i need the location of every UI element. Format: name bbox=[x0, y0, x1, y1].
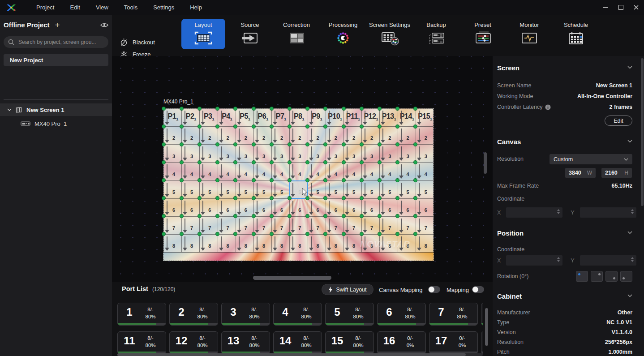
rotation-180-button[interactable] bbox=[605, 271, 618, 282]
info-icon[interactable] bbox=[545, 104, 551, 110]
port-number: 1 bbox=[120, 306, 138, 318]
tree-item-device[interactable]: MX40 Pro_1 bbox=[0, 118, 112, 129]
dataflow-arrow bbox=[185, 146, 185, 158]
port-card-7[interactable]: 78/-80% bbox=[429, 303, 478, 326]
cabinet-status-dot bbox=[270, 124, 274, 129]
port-card-8[interactable]: 88/-80% bbox=[481, 303, 483, 326]
maximize-button[interactable] bbox=[618, 5, 623, 10]
canvas-width-input[interactable]: 3840 W bbox=[565, 168, 596, 178]
canvas-horizontal-scrollbar[interactable] bbox=[253, 276, 331, 280]
port-number: 2 bbox=[172, 306, 190, 318]
port-card-16[interactable]: 160/-0% bbox=[377, 331, 426, 354]
ribbon-tab-preset[interactable]: Preset bbox=[461, 19, 505, 49]
cabinet-status-dot bbox=[270, 107, 274, 111]
visibility-eye-icon[interactable] bbox=[100, 22, 108, 28]
cabinet-status-dot bbox=[252, 196, 256, 200]
canvas-height-input[interactable]: 2160 H bbox=[601, 168, 632, 178]
port-card-4[interactable]: 48/-80% bbox=[273, 303, 322, 326]
rotation-90-button[interactable] bbox=[591, 271, 603, 282]
edit-button[interactable]: Edit bbox=[605, 116, 632, 126]
collapse-chevron-icon[interactable] bbox=[627, 66, 632, 69]
port-card-5[interactable]: 58/-80% bbox=[325, 303, 374, 326]
dataflow-arrowhead bbox=[273, 122, 277, 125]
menu-item-tools[interactable]: Tools bbox=[122, 3, 139, 12]
ribbon-tab-processing[interactable]: Processing bbox=[321, 19, 365, 49]
port-list-horizontal-scrollbar[interactable] bbox=[117, 353, 466, 356]
ribbon-tab-schedule[interactable]: Schedule bbox=[554, 19, 598, 49]
port-usage: 80% bbox=[345, 313, 371, 320]
ribbon-tab-label: Screen Settings bbox=[369, 21, 410, 28]
dataflow-arrow bbox=[202, 183, 203, 194]
collapse-chevron-icon[interactable] bbox=[627, 294, 632, 297]
cabinet-status-dot bbox=[252, 107, 256, 111]
rotation-270-button[interactable] bbox=[620, 271, 632, 282]
dataflow-arrowhead bbox=[165, 230, 169, 233]
port-card-13[interactable]: 138/-80% bbox=[221, 331, 270, 354]
ribbon-tab-monitor[interactable]: Monitor bbox=[507, 19, 551, 49]
chevron-down-icon[interactable] bbox=[7, 108, 12, 111]
ribbon-tab-backup[interactable]: Backup bbox=[414, 19, 458, 49]
cabinet-grid[interactable]: P11P21P31P41P51P61P71P81P91P101P111P121P… bbox=[163, 108, 434, 253]
blackout-toggle[interactable]: Blackout bbox=[120, 38, 155, 46]
minimize-button[interactable] bbox=[603, 5, 608, 10]
inspector-scrollbar[interactable] bbox=[641, 58, 644, 206]
canvas-y-input[interactable] bbox=[580, 207, 636, 218]
y-label: Y bbox=[571, 257, 574, 264]
port-card-3[interactable]: 38/-80% bbox=[221, 303, 270, 326]
dataflow-arrowhead bbox=[201, 194, 205, 197]
position-x-input[interactable] bbox=[506, 255, 562, 266]
dataflow-arrow bbox=[292, 183, 293, 194]
port-card-1[interactable]: 18/-80% bbox=[117, 303, 166, 326]
menu-item-project[interactable]: Project bbox=[34, 3, 56, 12]
screen-preview[interactable]: P11P21P31P41P51P61P71P81P91P101P111P121P… bbox=[163, 108, 434, 261]
canvas-area[interactable]: MX40 Pro_1 P11P21P31P41P51P61P71P81P91P1… bbox=[112, 56, 493, 282]
menu-item-edit[interactable]: Edit bbox=[68, 3, 82, 12]
dataflow-arrowhead bbox=[363, 230, 367, 233]
canvas-x-input[interactable] bbox=[506, 207, 562, 218]
collapse-chevron-icon[interactable] bbox=[627, 231, 632, 234]
resolution-select[interactable]: Custom bbox=[550, 154, 632, 164]
schedule-icon bbox=[566, 30, 586, 46]
cabinet-row-number: 4 bbox=[335, 172, 337, 177]
dataflow-arrow bbox=[419, 129, 420, 140]
canvas-mapping-toggle[interactable] bbox=[428, 286, 440, 293]
dataflow-arrowhead bbox=[165, 212, 169, 215]
search-input[interactable] bbox=[17, 39, 104, 46]
port-card-17[interactable]: 170/-0% bbox=[429, 331, 478, 354]
mapping-toggle[interactable] bbox=[472, 286, 484, 293]
tree-item-screen[interactable]: New Screen 1 bbox=[0, 103, 112, 116]
ribbon-tab-screen-settings[interactable]: Screen Settings bbox=[368, 19, 412, 49]
port-card-2[interactable]: 28/-80% bbox=[169, 303, 218, 326]
position-y-input[interactable] bbox=[580, 255, 636, 266]
close-button[interactable] bbox=[633, 5, 639, 10]
rotation-0-button[interactable] bbox=[576, 271, 588, 282]
menu-item-view[interactable]: View bbox=[94, 3, 110, 12]
dataflow-arrow bbox=[239, 236, 240, 248]
port-card-12[interactable]: 128/-80% bbox=[169, 331, 218, 354]
canvas-vertical-scrollbar[interactable] bbox=[484, 152, 487, 174]
ribbon-tab-source[interactable]: Source bbox=[228, 19, 272, 49]
swift-layout-button[interactable]: Swift Layout bbox=[322, 284, 374, 295]
port-card-18[interactable]: 180/-0% bbox=[481, 331, 483, 354]
dataflow-arrowhead bbox=[345, 140, 349, 143]
port-info: 8/-80% bbox=[449, 306, 475, 320]
cabinet-row-number: 4 bbox=[208, 172, 211, 177]
dataflow-arrowhead bbox=[345, 122, 349, 125]
ribbon-tab-layout[interactable]: Layout bbox=[181, 19, 225, 49]
menu-item-settings[interactable]: Settings bbox=[151, 3, 176, 12]
port-load: 8/- bbox=[189, 306, 215, 313]
dataflow-arrowhead bbox=[291, 122, 295, 125]
dataflow-arrowhead bbox=[201, 212, 205, 215]
port-card-11[interactable]: 118/-80% bbox=[117, 331, 166, 354]
collapse-chevron-icon[interactable] bbox=[627, 140, 632, 143]
add-project-button[interactable]: + bbox=[55, 22, 60, 28]
port-card-15[interactable]: 158/-80% bbox=[325, 331, 374, 354]
search-box[interactable] bbox=[4, 36, 108, 48]
port-list-vertical-scrollbar[interactable] bbox=[485, 308, 488, 346]
window-controls bbox=[603, 0, 639, 15]
project-item[interactable]: New Project bbox=[4, 54, 108, 66]
port-card-6[interactable]: 68/-80% bbox=[377, 303, 426, 326]
port-card-14[interactable]: 148/-80% bbox=[273, 331, 322, 354]
menu-item-help[interactable]: Help bbox=[188, 3, 204, 12]
ribbon-tab-correction[interactable]: Correction bbox=[275, 19, 318, 49]
